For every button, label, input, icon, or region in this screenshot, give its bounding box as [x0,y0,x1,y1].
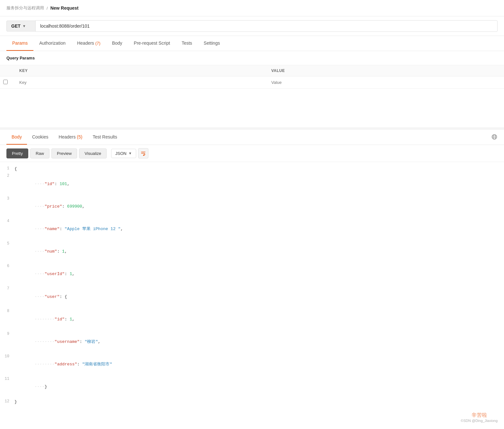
line-content: } [14,398,504,406]
code-line-10: 10 ········"address": "湖南省衡阳市" [0,353,504,376]
params-table: KEY VALUE [0,65,504,89]
tab-params[interactable]: Params [6,36,33,51]
row-checkbox-cell [0,76,13,89]
query-params-section: Query Params KEY VALUE [0,51,504,127]
breadcrumb-separator: / [47,6,48,11]
svg-point-0 [492,134,497,139]
line-number: 9 [0,331,14,338]
chevron-down-icon: ▼ [22,24,26,28]
wrap-button[interactable] [138,148,148,158]
line-content: ····"num": 1, [14,240,504,263]
key-input[interactable] [19,80,259,85]
code-line-1: 1 { [0,165,504,173]
globe-icon[interactable] [491,134,498,141]
col-value-header: VALUE [265,65,504,76]
visualize-btn[interactable]: Visualize [79,148,107,158]
line-number: 12 [0,398,14,405]
line-content: ········"id": 1, [14,308,504,330]
json-code-area: 1 { 2 ····"id": 101, 3 ····"price": 6999… [0,162,504,409]
response-tabs-left: Body Cookies Headers (5) Test Results [6,130,122,145]
line-content: ········"address": "湖南省衡阳市" [14,353,504,376]
line-content: ····"user": { [14,285,504,308]
chevron-down-icon: ▼ [128,151,132,155]
tab-tests[interactable]: Tests [176,36,198,51]
line-content: ····"price": 699900, [14,195,504,218]
query-params-title: Query Params [0,51,504,65]
response-tab-headers[interactable]: Headers (5) [54,130,88,145]
line-number: 11 [0,376,14,383]
response-tab-body[interactable]: Body [6,130,27,145]
breadcrumb-parent: 服务拆分与远程调用 [6,5,44,11]
response-section: Body Cookies Headers (5) Test Results P [0,127,504,409]
line-content: ····"name": "Apple 苹果 iPhone 12 ", [14,218,504,240]
format-type-label: JSON [115,151,127,156]
breadcrumb-current: New Request [50,5,79,11]
line-number: 3 [0,195,14,202]
line-number: 4 [0,218,14,225]
col-key-header: KEY [13,65,265,76]
code-line-5: 5 ····"num": 1, [0,240,504,263]
raw-btn[interactable]: Raw [30,148,49,158]
url-input[interactable] [35,20,498,32]
col-checkbox-header [0,65,13,76]
line-content: ········"username": "柳岩", [14,331,504,353]
code-line-7: 7 ····"user": { [0,285,504,308]
preview-btn[interactable]: Preview [51,148,77,158]
code-line-6: 6 ····"userId": 1, [0,263,504,285]
code-line-3: 3 ····"price": 699900, [0,195,504,218]
line-number: 7 [0,285,14,292]
tab-headers[interactable]: Headers (7) [71,36,106,51]
key-cell[interactable] [13,76,265,89]
line-content: ····"id": 101, [14,173,504,195]
pretty-btn[interactable]: Pretty [6,148,28,158]
row-checkbox[interactable] [3,80,8,84]
response-headers-badge: (5) [77,134,82,139]
tab-body[interactable]: Body [106,36,128,51]
tab-pre-request-script[interactable]: Pre-request Script [128,36,176,51]
value-input[interactable] [271,80,498,85]
tab-settings[interactable]: Settings [198,36,226,51]
line-number: 2 [0,173,14,180]
line-content: ····} [14,376,504,398]
breadcrumb: 服务拆分与远程调用 / New Request [0,0,504,16]
response-tab-cookies[interactable]: Cookies [27,130,54,145]
line-number: 1 [0,165,14,172]
line-number: 6 [0,263,14,270]
line-number: 10 [0,353,14,360]
format-bar: Pretty Raw Preview Visualize JSON ▼ [0,145,504,162]
request-tabs: Params Authorization Headers (7) Body Pr… [0,36,504,51]
format-type-select[interactable]: JSON ▼ [111,149,136,158]
params-empty-area [0,89,504,127]
code-line-11: 11 ····} [0,376,504,398]
line-content: ····"userId": 1, [14,263,504,285]
code-line-4: 4 ····"name": "Apple 苹果 iPhone 12 ", [0,218,504,240]
response-tabs-row: Body Cookies Headers (5) Test Results [0,130,504,145]
headers-badge: (7) [95,41,101,46]
code-line-9: 9 ········"username": "柳岩", [0,331,504,353]
response-tab-test-results[interactable]: Test Results [87,130,122,145]
code-line-8: 8 ········"id": 1, [0,308,504,330]
table-row [0,76,504,89]
value-cell[interactable] [265,76,504,89]
request-bar: GET ▼ [0,16,504,36]
code-line-2: 2 ····"id": 101, [0,173,504,195]
line-number: 8 [0,308,14,315]
code-line-12: 12 } [0,398,504,406]
method-select[interactable]: GET ▼ [6,21,35,31]
line-number: 5 [0,240,14,247]
svg-point-1 [493,134,496,139]
tab-authorization[interactable]: Authorization [33,36,71,51]
method-label: GET [11,23,21,29]
line-content: { [14,165,504,173]
